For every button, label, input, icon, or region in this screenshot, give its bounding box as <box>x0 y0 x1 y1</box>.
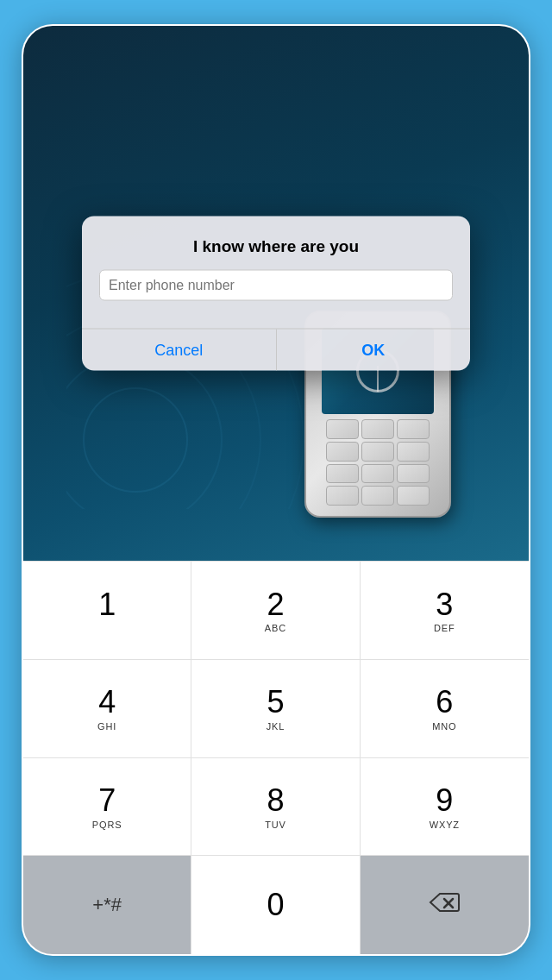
key-symbols[interactable]: +*# <box>23 856 191 954</box>
key-0-number: 0 <box>267 888 284 922</box>
key-6-letters: MNO <box>432 721 456 732</box>
key-1-number: 1 <box>98 587 116 622</box>
key-4-letters: GHI <box>97 721 116 732</box>
key-symbols-label: +*# <box>92 894 122 916</box>
key-4-number: 4 <box>98 685 116 719</box>
key-9-letters: WXYZ <box>430 820 460 830</box>
key-0[interactable]: 0 <box>191 856 360 954</box>
key-7-letters: PQRS <box>92 820 122 830</box>
dialog-buttons: Cancel OK <box>82 329 470 371</box>
key-9[interactable]: 9 WXYZ <box>361 758 529 857</box>
key-2[interactable]: 2 ABC <box>191 562 360 660</box>
svg-point-0 <box>84 388 187 492</box>
key-3[interactable]: 3 DEF <box>361 562 529 660</box>
dialog-title: I know where are you <box>99 237 453 256</box>
key-1[interactable]: 1 <box>23 562 191 660</box>
ok-button[interactable]: OK <box>277 330 471 371</box>
alert-dialog: I know where are you Cancel OK <box>82 217 470 371</box>
key-1-letters <box>105 623 109 633</box>
key-8-number: 8 <box>267 783 284 818</box>
key-5[interactable]: 5 JKL <box>191 660 360 758</box>
key-delete[interactable] <box>361 856 529 954</box>
key-8[interactable]: 8 TUV <box>191 758 360 857</box>
phone-frame: I know where are you Cancel OK 1 2 ABC 3… <box>22 24 530 956</box>
key-3-letters: DEF <box>434 623 455 633</box>
key-2-letters: ABC <box>265 623 286 633</box>
key-9-number: 9 <box>436 783 453 818</box>
key-4[interactable]: 4 GHI <box>23 660 191 758</box>
key-6-number: 6 <box>436 685 453 719</box>
key-5-number: 5 <box>267 685 284 719</box>
key-2-number: 2 <box>267 587 284 622</box>
key-8-letters: TUV <box>265 820 286 830</box>
key-3-number: 3 <box>436 587 453 622</box>
delete-icon <box>429 891 460 920</box>
cancel-button[interactable]: Cancel <box>82 330 277 371</box>
phone-number-input[interactable] <box>99 270 453 301</box>
key-6[interactable]: 6 MNO <box>361 660 529 758</box>
app-screen: I know where are you Cancel OK <box>23 26 529 561</box>
key-7-number: 7 <box>98 783 116 818</box>
key-5-letters: JKL <box>267 721 285 732</box>
key-7[interactable]: 7 PQRS <box>23 758 191 857</box>
numeric-keypad: 1 2 ABC 3 DEF 4 GHI 5 JKL 6 MNO 7 PQRS <box>23 561 529 954</box>
svg-point-1 <box>66 354 222 509</box>
